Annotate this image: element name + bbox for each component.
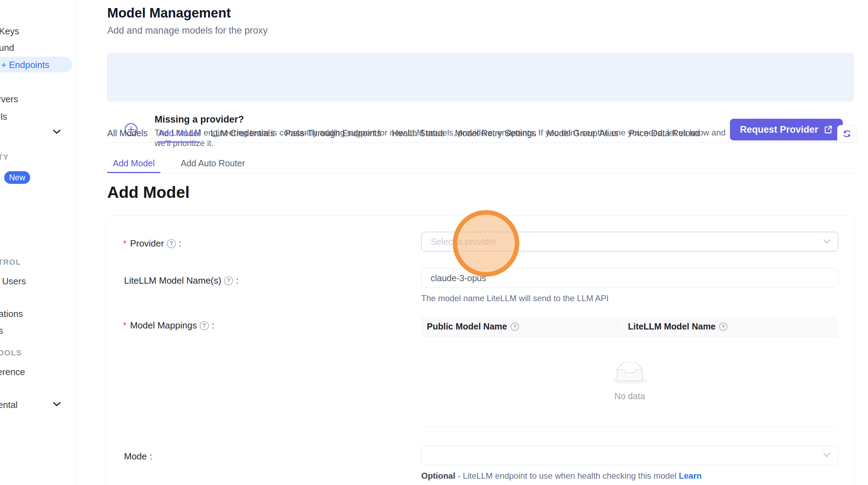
sidebar-item-ental[interactable]: ental bbox=[0, 400, 18, 410]
mode-label: Mode : bbox=[124, 451, 152, 462]
subtab-add-auto-router[interactable]: Add Auto Router bbox=[175, 155, 251, 173]
page-title: Model Management bbox=[107, 6, 231, 21]
chevron-down-icon[interactable] bbox=[53, 401, 61, 407]
chevron-down-icon bbox=[822, 452, 831, 458]
model-name-label: LiteLLM Model Name(s) ? : bbox=[124, 275, 239, 286]
table-bottom-border bbox=[421, 427, 838, 427]
refresh-button[interactable] bbox=[837, 125, 857, 143]
sidebar-item-rvers[interactable]: rvers bbox=[0, 94, 18, 104]
tab-add-model[interactable]: Add Model bbox=[158, 124, 200, 143]
provider-label: * Provider ? : bbox=[123, 238, 181, 249]
no-data-text: No data bbox=[614, 391, 645, 401]
tab-pass-through-endpoints[interactable]: Pass-Through Endpoints bbox=[285, 124, 381, 143]
required-mark: * bbox=[123, 238, 127, 249]
mode-select-input[interactable] bbox=[422, 446, 838, 465]
sidebar-item-keys[interactable]: Keys bbox=[0, 26, 19, 36]
model-name-field[interactable] bbox=[421, 268, 838, 288]
new-badge: New bbox=[4, 171, 30, 184]
required-mark: * bbox=[123, 320, 127, 331]
help-icon[interactable]: ? bbox=[167, 239, 176, 248]
sidebar-item-endpoints-label: + Endpoints bbox=[1, 60, 49, 70]
model-mappings-table: Public Model Name ? LiteLLM Model Name ?… bbox=[421, 317, 838, 427]
sidebar-section-trol: TROL bbox=[0, 258, 21, 267]
table-header: Public Model Name ? LiteLLM Model Name ? bbox=[421, 317, 838, 337]
page-subtitle: Add and manage models for the proxy bbox=[107, 25, 268, 36]
column-public-model-name: Public Model Name ? bbox=[421, 321, 618, 332]
column-litellm-model-name: LiteLLM Model Name ? bbox=[618, 321, 838, 332]
model-name-help: The model name LiteLLM will send to the … bbox=[421, 293, 609, 303]
sidebar-item-s[interactable]: s bbox=[0, 325, 3, 336]
banner-title: Missing a provider? bbox=[155, 114, 244, 125]
tab-all-models[interactable]: All Models bbox=[107, 124, 148, 143]
empty-state: No data bbox=[421, 337, 838, 427]
tab-llm-credentials[interactable]: LLM Credentials bbox=[211, 124, 274, 143]
add-model-heading: Add Model bbox=[107, 183, 190, 202]
help-icon[interactable]: ? bbox=[224, 276, 233, 285]
sidebar-item-users[interactable]: Users bbox=[2, 276, 26, 286]
model-mappings-label: * Model Mappings ? : bbox=[123, 320, 214, 331]
sidebar-item-und[interactable]: und bbox=[0, 42, 14, 53]
learn-more-link[interactable]: Learn bbox=[679, 471, 702, 480]
chevron-down-icon bbox=[822, 238, 831, 245]
tab-model-group-alias[interactable]: Model Group Alias bbox=[547, 124, 618, 143]
main-content: Model Management Add and manage models f… bbox=[77, 0, 868, 485]
help-icon[interactable]: ? bbox=[511, 323, 519, 331]
refresh-icon bbox=[842, 129, 852, 138]
tab-health-status[interactable]: Health Status bbox=[392, 124, 444, 143]
mode-help-bold: Optional bbox=[421, 471, 455, 480]
sidebar-section-ools: OOLS bbox=[0, 348, 22, 358]
help-icon[interactable]: ? bbox=[200, 321, 209, 330]
mode-help: Optional - LiteLLM endpoint to use when … bbox=[421, 471, 702, 481]
model-name-input[interactable] bbox=[422, 269, 838, 287]
sidebar: Keys und + Endpoints rvers ils TY New TR… bbox=[0, 0, 77, 485]
sidebar-item-endpoints[interactable]: + Endpoints bbox=[0, 57, 72, 72]
model-tabs: All Models Add Model LLM Credentials Pas… bbox=[107, 124, 855, 143]
missing-provider-banner: Missing a provider? The LiteLLM engineer… bbox=[107, 53, 854, 102]
mode-select[interactable] bbox=[421, 445, 838, 465]
sidebar-section-ty: TY bbox=[0, 153, 9, 162]
subtab-add-model[interactable]: Add Model bbox=[107, 155, 160, 173]
chevron-down-icon[interactable] bbox=[53, 129, 61, 134]
mode-help-rest: - LiteLLM endpoint to use when health ch… bbox=[455, 471, 679, 480]
sidebar-item-ils[interactable]: ils bbox=[0, 111, 7, 122]
tab-price-data-reload[interactable]: Price Data Reload bbox=[629, 124, 700, 143]
empty-inbox-icon bbox=[612, 362, 647, 385]
provider-select[interactable] bbox=[421, 232, 838, 251]
add-model-form-card: * Provider ? : LiteLLM Model Name(s) ? :… bbox=[106, 215, 854, 485]
tab-model-retry-settings[interactable]: Model Retry Settings bbox=[455, 124, 536, 143]
subtab-divider bbox=[107, 173, 855, 173]
sidebar-item-erence[interactable]: erence bbox=[0, 367, 25, 377]
provider-select-input[interactable] bbox=[422, 232, 838, 251]
add-model-subtabs: Add Model Add Auto Router bbox=[107, 155, 251, 173]
sidebar-item-ations[interactable]: ations bbox=[0, 309, 23, 319]
help-icon[interactable]: ? bbox=[719, 323, 727, 331]
